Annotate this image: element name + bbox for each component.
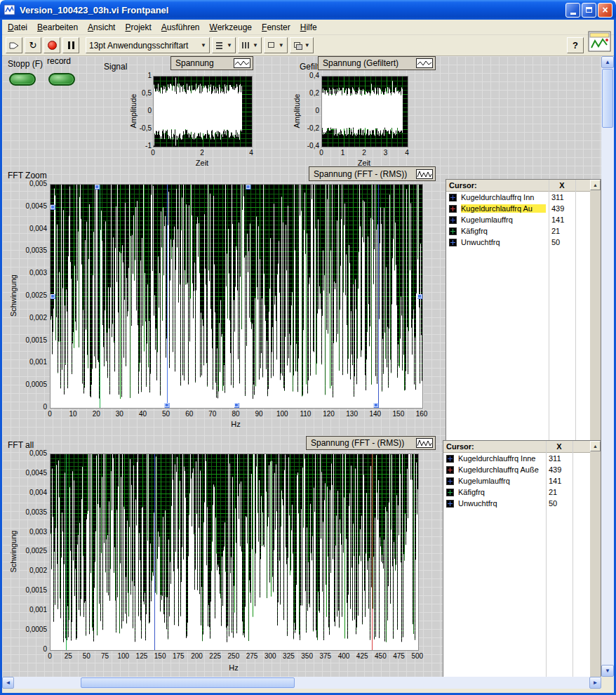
resize-objects-icon bbox=[267, 41, 276, 49]
legend-filtered[interactable]: Spannung (Gefiltert) bbox=[318, 56, 436, 70]
resize-objects-dropdown[interactable]: ▼ bbox=[264, 37, 288, 53]
menu-item-ausfuehren[interactable]: Ausführen bbox=[156, 21, 205, 34]
pause-button[interactable] bbox=[62, 37, 79, 53]
cursor-row[interactable]: Kugelumlauffrq141 bbox=[443, 475, 590, 486]
cursor-panel-vscrollbar[interactable]: ▲ ▼ bbox=[590, 441, 601, 677]
tick-label: 0,005 bbox=[29, 449, 47, 458]
cursor-row[interactable]: Kugeldurchlauffrq Auße439 bbox=[443, 464, 590, 475]
waveform-icon bbox=[416, 169, 433, 179]
close-button[interactable]: × bbox=[598, 3, 612, 18]
tick-label: 120 bbox=[323, 410, 335, 418]
scroll-down-button[interactable]: ▼ bbox=[601, 665, 614, 677]
cursor-name-label[interactable]: Kugelumlauffrq bbox=[458, 477, 543, 485]
filtered-plot[interactable] bbox=[321, 76, 408, 147]
cursor-panel-header: Cursor: X bbox=[446, 180, 590, 192]
scroll-left-button[interactable]: ◄ bbox=[2, 677, 14, 689]
signal-label: Signal bbox=[104, 62, 127, 72]
cursor-name-label[interactable]: Käfigfrq bbox=[458, 488, 543, 496]
cursor-marker-icon bbox=[446, 500, 454, 508]
tick-label: 0,0045 bbox=[25, 469, 47, 477]
cursor-marker-icon bbox=[446, 455, 454, 463]
record-button[interactable] bbox=[48, 73, 75, 86]
cursor-marker-icon bbox=[449, 216, 457, 224]
cursor-x-value: 311 bbox=[549, 454, 561, 463]
cursor-marker-icon bbox=[446, 477, 454, 485]
menu-item-bearbeiten[interactable]: Bearbeiten bbox=[32, 21, 83, 34]
scroll-up-icon[interactable]: ▲ bbox=[590, 441, 601, 451]
tick-label: 0 bbox=[44, 652, 55, 661]
tick-label: 225 bbox=[210, 652, 221, 661]
tick-label: 350 bbox=[302, 652, 313, 661]
cursor-name-label[interactable]: Käfigfrq bbox=[461, 227, 546, 235]
distribute-objects-dropdown[interactable]: ▼ bbox=[238, 37, 262, 53]
scroll-up-button[interactable]: ▲ bbox=[601, 56, 614, 68]
tick-label: 75 bbox=[100, 652, 111, 661]
cursor-x-value: 141 bbox=[551, 216, 564, 224]
fft-zoom-plot[interactable] bbox=[50, 184, 423, 409]
cursor-name-label[interactable]: Kugeldurchlauffrq Au bbox=[461, 204, 546, 213]
menu-item-werkzeuge[interactable]: Werkzeuge bbox=[205, 21, 257, 34]
menu-item-datei[interactable]: Datei bbox=[3, 21, 32, 34]
app-icon bbox=[4, 4, 15, 15]
cursor-row[interactable]: Unwuchtfrq50 bbox=[446, 237, 590, 248]
tick-label: 0,004 bbox=[29, 225, 47, 233]
menu-item-projekt[interactable]: Projekt bbox=[120, 21, 156, 34]
cursor-name-label[interactable]: Kugeldurchlauffrq Inne bbox=[458, 454, 543, 463]
fft-all-plot[interactable] bbox=[50, 454, 419, 651]
cursor-name-label[interactable]: Kugelumlauffrq bbox=[461, 216, 546, 224]
cursor-row[interactable]: Kugelumlauffrq141 bbox=[446, 214, 590, 225]
stop-button[interactable] bbox=[9, 73, 36, 86]
fft-all-x-ticks: 0255075100125150175200225250275300325350… bbox=[44, 652, 423, 661]
tick-label: 4 bbox=[403, 149, 411, 157]
legend-signal[interactable]: Spannung bbox=[170, 56, 253, 70]
legend-fft-all[interactable]: Spannung (FFT - (RMS)) bbox=[306, 436, 436, 450]
cursor-panel-vscrollbar[interactable]: ▲ ▼ bbox=[590, 180, 601, 472]
tick-label: 2 bbox=[360, 149, 368, 157]
signal-x-ticks: 024 bbox=[149, 149, 255, 157]
cursor-row[interactable]: Käfigfrq21 bbox=[446, 225, 590, 237]
panel-vertical-scrollbar[interactable]: ▲ ▼ bbox=[601, 56, 614, 677]
cursor-name-label[interactable]: Unwuchtfrq bbox=[458, 499, 543, 508]
horizontal-scroll-thumb[interactable] bbox=[81, 677, 295, 688]
tick-label: 160 bbox=[416, 410, 427, 418]
minimize-button[interactable] bbox=[565, 3, 580, 18]
scroll-up-icon[interactable]: ▲ bbox=[590, 180, 601, 190]
legend-fft-zoom[interactable]: Spannung (FFT - (RMS)) bbox=[309, 166, 436, 181]
vertical-scroll-thumb[interactable] bbox=[602, 69, 613, 128]
cursor-name-label[interactable]: Kugeldurchlauffrq Inn bbox=[461, 193, 546, 201]
cursor-panel-1: Cursor: X Kugeldurchlauffrq Inn311Kugeld… bbox=[446, 179, 601, 483]
tick-label: 110 bbox=[300, 410, 311, 418]
tick-label: 1 bbox=[339, 149, 347, 157]
maximize-button[interactable] bbox=[582, 3, 596, 18]
cursor-name-label[interactable]: Kugeldurchlauffrq Auße bbox=[458, 465, 543, 474]
font-selector[interactable]: 13pt Anwendungsschriftart ▼ bbox=[86, 37, 210, 53]
panel-horizontal-scrollbar[interactable]: ◄ ► bbox=[2, 677, 601, 689]
menu-item-fenster[interactable]: Fenster bbox=[257, 21, 295, 34]
cursor-marker-icon bbox=[446, 466, 454, 474]
tick-label: 0,001 bbox=[29, 606, 47, 614]
cursor-name-label[interactable]: Unwuchtfrq bbox=[461, 238, 546, 246]
run-button[interactable] bbox=[6, 37, 22, 53]
cursor-row[interactable]: Käfigfrq21 bbox=[443, 486, 590, 498]
menu-item-hilfe[interactable]: Hilfe bbox=[295, 21, 322, 34]
help-button[interactable]: ? bbox=[567, 37, 584, 53]
chevron-down-icon: ▼ bbox=[304, 43, 310, 48]
menu-item-ansicht[interactable]: Ansicht bbox=[83, 21, 120, 34]
cursor-row[interactable]: Kugeldurchlauffrq Inn311 bbox=[446, 192, 590, 203]
waveform-icon bbox=[234, 58, 250, 68]
align-objects-dropdown[interactable]: ▼ bbox=[212, 37, 236, 53]
tick-label: 375 bbox=[320, 652, 331, 661]
reorder-dropdown[interactable]: ▼ bbox=[290, 37, 314, 53]
signal-plot[interactable] bbox=[153, 76, 253, 147]
run-continuous-button[interactable]: ↻ bbox=[25, 37, 41, 53]
cursor-panel-2: Cursor: X Kugeldurchlauffrq Inne311Kugel… bbox=[443, 440, 601, 677]
abort-button[interactable] bbox=[43, 37, 60, 53]
signal-x-axis-label: Zeit bbox=[153, 159, 251, 167]
cursor-row[interactable]: Kugeldurchlauffrq Inne311 bbox=[443, 453, 590, 464]
cursor-row[interactable]: Kugeldurchlauffrq Au439 bbox=[446, 203, 590, 214]
scroll-right-button[interactable]: ► bbox=[589, 677, 601, 689]
cursor-marker-icon bbox=[449, 227, 457, 235]
minimize-icon bbox=[570, 13, 576, 15]
cursor-x-value: 439 bbox=[549, 465, 561, 474]
cursor-row[interactable]: Unwuchtfrq50 bbox=[443, 498, 590, 509]
